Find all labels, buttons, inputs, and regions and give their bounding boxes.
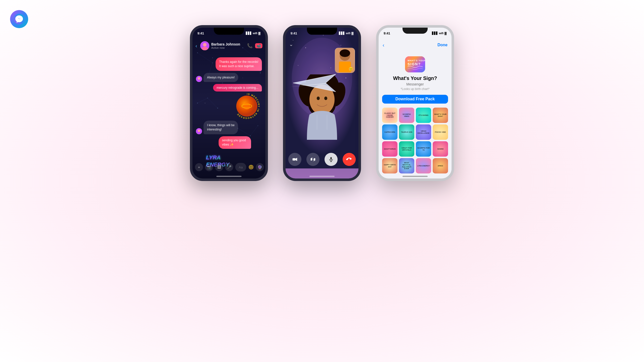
avatar-svg-2 [196, 128, 202, 134]
home-indicator-1 [216, 176, 242, 177]
svg-point-33 [198, 77, 200, 80]
sticker-pack-title: What's Your Sign? [393, 75, 437, 81]
input-placeholder: Aa [239, 165, 243, 169]
sticker-7-label: VIRGO EXCELLENCE [416, 129, 431, 135]
sticker-1[interactable]: CLASSY BUT CAUSE CANCER [382, 108, 397, 123]
sticker-header: ‹ Done [379, 39, 452, 51]
sticker-3[interactable]: IT'S GIVING [416, 108, 431, 123]
mic-btn-icon [328, 157, 334, 162]
svg-point-39 [198, 129, 200, 132]
signal-icon-2: ▋▋▋ [339, 32, 345, 35]
sticker-10[interactable]: CRAZY FOR CRYSTALS [399, 141, 414, 157]
notch-1 [214, 28, 244, 35]
phone-call-icon[interactable]: 📞 [247, 43, 253, 49]
msg-received-1: Always my pleasure! [204, 73, 238, 82]
header-icons: 📞 📹 [247, 43, 262, 49]
sticker-5-label: CAPRICORN [383, 130, 396, 134]
msg-row-2: I know, things will beinteresting! [196, 121, 262, 134]
add-icon[interactable]: + [195, 163, 203, 171]
sticker-8[interactable]: PISCES VIBE [433, 124, 448, 140]
svg-text:SIGN?: SIGN? [408, 62, 421, 66]
chevron-down[interactable]: ⌄ [289, 41, 293, 47]
done-button[interactable]: Done [437, 43, 448, 47]
sticker-2[interactable]: SCORPIO VIBES [399, 108, 414, 123]
pack-icon-svg: WHAT'S YOUR SIGN? [405, 56, 425, 72]
video-call-icon[interactable]: 📹 [255, 43, 262, 48]
svg-point-68 [340, 49, 350, 57]
msg-avatar-1 [196, 76, 202, 82]
sticker-9-label: SAGITTARIUS [383, 147, 397, 151]
flip-camera-btn[interactable] [306, 153, 319, 166]
video-btn-icon [292, 157, 298, 162]
msg-received-2: I know, things will beinteresting! [204, 121, 238, 134]
message-input[interactable]: Aa [235, 163, 246, 171]
gallery-icon[interactable]: 🖼 [215, 163, 223, 171]
mercury-sticker: IS MERCURY IN RETROGRADE [232, 94, 262, 119]
contact-name: Barbara Johnson [211, 42, 245, 46]
msg-sent-3: sending you good vibes ✨ [219, 136, 251, 149]
sticker-pack-publisher: Messenger [406, 82, 424, 86]
sticker-4-label: WHAT'S YOUR SIGN? [433, 112, 448, 118]
status-time-3: 9:41 [384, 31, 390, 35]
video-toggle-btn[interactable] [288, 153, 301, 166]
phone-chat: 9:41 ▋▋▋ wifi ▓ ‹ Barbara Johnson Active… [190, 25, 268, 181]
sticker-pack-desc: *Looks up birth chart* [401, 87, 430, 91]
end-call-icon [346, 156, 352, 162]
mute-btn[interactable] [325, 153, 338, 166]
sticker-11[interactable]: SCORPIO FOR YA [416, 141, 431, 157]
svg-point-46 [341, 45, 341, 46]
sticker-1-label: CLASSY BUT CAUSE CANCER [382, 111, 397, 119]
svg-point-59 [309, 84, 335, 115]
svg-point-60 [317, 97, 320, 100]
sticker-icon[interactable]: 🔮 [256, 163, 264, 171]
status-time-1: 9:41 [197, 31, 204, 35]
sticker-9[interactable]: SAGITTARIUS [382, 141, 397, 157]
contact-status: Active now [211, 46, 245, 49]
sticker-15-label: LYRA ENERGY [416, 164, 431, 168]
sticker-12[interactable]: GEMINI [433, 141, 448, 157]
sticker-15[interactable]: LYRA ENERGY [416, 158, 431, 173]
sticker-grid: CLASSY BUT CAUSE CANCER SCORPIO VIBES IT… [382, 108, 448, 173]
back-button[interactable]: ‹ [195, 43, 197, 49]
sticker-13[interactable]: HAPPY BIRTH DAY [382, 158, 397, 173]
svg-text:WHAT'S YOUR: WHAT'S YOUR [408, 59, 425, 62]
sticker-6[interactable]: TAURUS SZN [399, 124, 414, 140]
battery-icon-2: ▓ [351, 32, 353, 35]
msg-row-1: Always my pleasure! [196, 73, 262, 82]
svg-point-43 [293, 40, 293, 40]
end-call-btn[interactable] [343, 153, 356, 166]
download-btn-label: Download Free Pack [395, 97, 435, 101]
chat-input-bar: + 📷 🖼 🎤 Aa 😊 🔮 [192, 161, 265, 173]
sticker-6-label: TAURUS SZN [400, 130, 413, 134]
emoji-icon[interactable]: 😊 [248, 164, 254, 170]
msg-avatar-2 [196, 128, 202, 134]
avatar-svg-1 [196, 76, 202, 82]
status-time-2: 9:41 [291, 31, 297, 35]
download-free-pack-button[interactable]: Download Free Pack [382, 95, 448, 104]
small-video-thumbnail: 😊 [335, 48, 355, 73]
status-icons-1: ▋▋▋ wifi ▓ [246, 32, 260, 35]
sticker-14-label: MOST MAGICAL AQUARIUS EVER [399, 161, 414, 171]
sticker-2-label: SCORPIO VIBES [399, 112, 414, 118]
wifi-icon-2: wifi [346, 32, 350, 35]
status-icons-2: ▋▋▋ wifi ▓ [339, 32, 353, 35]
sticker-5[interactable]: CAPRICORN [382, 124, 397, 140]
notch-2 [307, 28, 337, 35]
svg-rect-69 [293, 158, 296, 160]
chat-messages: Thanks again for the records!It was such… [192, 53, 265, 163]
wifi-icon: wifi [253, 32, 257, 35]
sticker-content: WHAT'S YOUR SIGN? What's Your Sign? Mess… [379, 51, 452, 173]
sticker-11-label: SCORPIO FOR YA [416, 146, 431, 152]
contact-avatar [200, 41, 209, 50]
sticker-4[interactable]: WHAT'S YOUR SIGN? [433, 108, 448, 123]
camera-icon[interactable]: 📷 [205, 163, 213, 171]
msg-sent-1: Thanks again for the records!It was such… [216, 57, 262, 71]
flip-icon [310, 157, 316, 162]
back-button-sticker[interactable]: ‹ [383, 42, 384, 48]
mic-icon[interactable]: 🎤 [225, 163, 233, 171]
sticker-7[interactable]: VIRGO EXCELLENCE [416, 124, 431, 140]
sticker-14[interactable]: MOST MAGICAL AQUARIUS EVER [399, 158, 414, 173]
svg-marker-70 [296, 158, 297, 161]
sticker-8-label: PISCES VIBE [434, 130, 447, 134]
sticker-16[interactable]: ARIES [433, 158, 448, 173]
